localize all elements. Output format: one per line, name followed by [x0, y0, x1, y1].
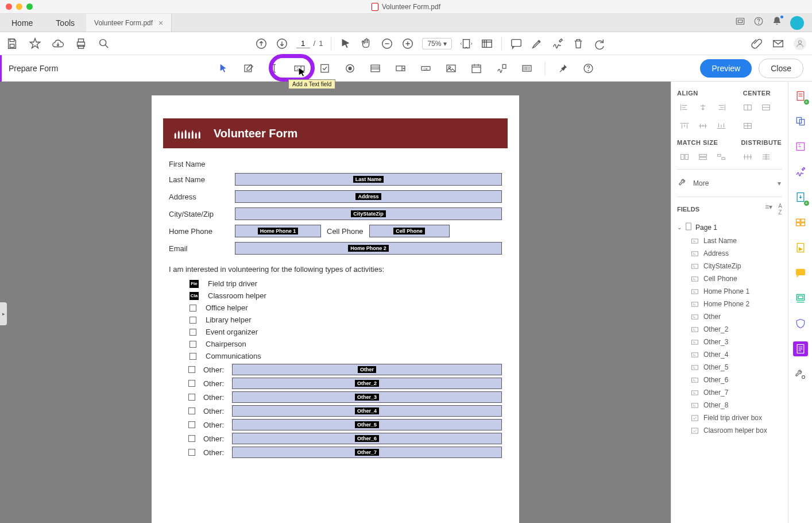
align-vcenter-icon[interactable]	[695, 120, 710, 132]
text-field-tool-icon[interactable]	[292, 61, 307, 76]
signature-tool-icon[interactable]	[494, 61, 509, 76]
field-last-name[interactable]: Last Name	[235, 173, 502, 186]
export-tool-icon[interactable]: +	[793, 190, 808, 205]
user-avatar[interactable]	[790, 16, 804, 30]
email-icon[interactable]	[772, 37, 784, 50]
field-other-7[interactable]: Other_7	[232, 447, 502, 458]
align-bottom-icon[interactable]	[714, 120, 729, 132]
page-number-input[interactable]	[296, 39, 310, 48]
checkbox-office[interactable]	[190, 305, 196, 312]
align-top-icon[interactable]	[677, 120, 692, 132]
scan-tool-icon[interactable]	[793, 291, 808, 306]
tree-item[interactable]: Address	[677, 247, 782, 260]
checkbox-other-5[interactable]	[188, 421, 195, 428]
dropdown-tool-icon[interactable]	[393, 61, 408, 76]
tab-tools[interactable]: Tools	[44, 14, 86, 32]
zoom-select[interactable]: 75% ▾	[422, 38, 452, 49]
star-icon[interactable]	[29, 37, 41, 50]
notifications-icon[interactable]	[772, 16, 782, 29]
combine-tool-icon[interactable]	[793, 114, 808, 129]
hand-pan-icon[interactable]	[360, 37, 373, 50]
sign-tool-icon[interactable]	[793, 164, 808, 179]
button-tool-icon[interactable]: OK	[419, 61, 434, 76]
tree-item[interactable]: Other_3	[677, 336, 782, 348]
attach-icon[interactable]	[750, 37, 763, 50]
checkbox-chair[interactable]	[190, 341, 196, 348]
listbox-tool-icon[interactable]	[368, 61, 383, 76]
tree-item[interactable]: Cell Phone	[677, 272, 782, 285]
sign-icon[interactable]	[551, 37, 564, 50]
more-dropdown[interactable]: More ▾	[677, 174, 782, 192]
center-both-icon[interactable]	[740, 120, 755, 132]
checkbox-comm[interactable]	[190, 353, 196, 360]
select-pointer-icon[interactable]	[339, 37, 352, 50]
preview-button[interactable]: Preview	[700, 59, 752, 78]
minimize-window-button[interactable]	[16, 3, 22, 10]
checkbox-other-7[interactable]	[188, 449, 195, 456]
checkbox-other-1[interactable]	[188, 366, 195, 373]
match-width-icon[interactable]	[677, 151, 692, 163]
page-up-icon[interactable]	[255, 37, 268, 50]
tree-item[interactable]: Home Phone 2	[677, 298, 782, 310]
create-pdf-tool-icon[interactable]: +	[793, 89, 808, 103]
date-tool-icon[interactable]	[469, 61, 484, 76]
page-down-icon[interactable]	[276, 37, 288, 50]
image-tool-icon[interactable]	[444, 61, 459, 76]
profile-icon[interactable]	[794, 37, 806, 50]
close-window-button[interactable]	[6, 3, 12, 10]
match-both-icon[interactable]	[714, 151, 729, 163]
align-right-icon[interactable]	[714, 101, 729, 114]
field-email[interactable]: Home Phone 2	[235, 242, 502, 255]
highlight-icon[interactable]	[531, 37, 543, 50]
tree-item[interactable]: Other	[677, 310, 782, 323]
tree-item[interactable]: Field trip driver box	[677, 412, 782, 424]
right-panel-toggle[interactable]: ▸	[671, 302, 671, 325]
checkbox-other-6[interactable]	[188, 435, 195, 442]
align-hcenter-icon[interactable]	[695, 101, 710, 114]
distribute-v-icon[interactable]	[759, 151, 774, 163]
tree-page-1[interactable]: ⌄ Page 1	[677, 220, 782, 234]
center-h-icon[interactable]	[740, 101, 755, 114]
checkbox-other-2[interactable]	[188, 380, 195, 387]
zoom-out-icon[interactable]	[381, 37, 393, 50]
tree-item[interactable]: Other_5	[677, 361, 782, 374]
tree-item[interactable]: Home Phone 1	[677, 285, 782, 298]
fit-width-icon[interactable]	[460, 37, 473, 50]
save-icon[interactable]	[6, 37, 18, 50]
alpha-sort-icon[interactable]: AZ	[778, 203, 782, 216]
field-address[interactable]: Address	[235, 190, 502, 203]
send-tool-icon[interactable]	[793, 240, 808, 255]
edit-text-tool-icon[interactable]	[242, 61, 257, 76]
checkbox-other-4[interactable]	[188, 407, 195, 414]
align-left-icon[interactable]	[677, 101, 692, 114]
select-tool-icon[interactable]	[216, 61, 231, 76]
text-cursor-icon[interactable]	[267, 61, 282, 76]
checkbox-field-trip[interactable]: Fie	[190, 280, 199, 288]
tree-item[interactable]: Clasroom helper box	[677, 424, 782, 437]
help-tool-icon[interactable]	[581, 61, 596, 76]
checkbox-library[interactable]	[190, 317, 196, 324]
tree-item[interactable]: Last Name	[677, 234, 782, 247]
print-icon[interactable]	[75, 37, 87, 50]
checkbox-event[interactable]	[190, 329, 196, 336]
checkbox-tool-icon[interactable]	[318, 61, 332, 76]
tree-item[interactable]: Other_8	[677, 399, 782, 412]
comment-tool-icon[interactable]	[793, 266, 808, 280]
document-area[interactable]: ▸ Volunteer Form First Name Last NameLas…	[0, 82, 671, 523]
cloud-icon[interactable]	[52, 37, 64, 50]
field-other-3[interactable]: Other_3	[232, 391, 502, 403]
checkbox-classroom[interactable]: Cla	[190, 292, 199, 300]
field-cell-phone[interactable]: Cell Phone	[369, 225, 450, 237]
tree-item[interactable]: CityStateZip	[677, 260, 782, 272]
field-other-2[interactable]: Other_2	[232, 378, 502, 389]
field-other-6[interactable]: Other_6	[232, 433, 502, 444]
zoom-in-icon[interactable]	[401, 37, 414, 50]
search-icon[interactable]	[98, 37, 110, 50]
field-other-4[interactable]: Other_4	[232, 405, 502, 417]
tree-item[interactable]: Other_7	[677, 386, 782, 399]
prepare-form-tool-icon[interactable]	[793, 341, 808, 356]
tree-item[interactable]: Other_2	[677, 323, 782, 336]
page-display-icon[interactable]	[481, 37, 493, 50]
radio-tool-icon[interactable]	[343, 61, 358, 76]
help-icon[interactable]	[753, 16, 764, 29]
